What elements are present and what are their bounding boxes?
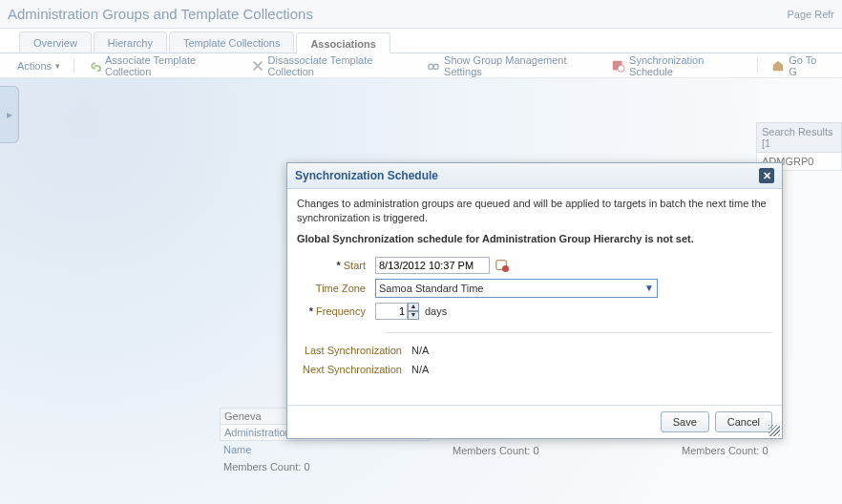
start-label: Start xyxy=(297,260,375,271)
goto-label: Go To G xyxy=(789,54,825,77)
card-members-value: 0 xyxy=(304,461,309,472)
dialog-title: Synchronization Schedule xyxy=(295,169,438,182)
tab-associations[interactable]: Associations xyxy=(296,32,389,53)
resize-grip[interactable] xyxy=(768,425,780,436)
tab-overview[interactable]: Overview xyxy=(19,32,92,52)
unlink-icon xyxy=(251,59,264,73)
dialog-body: Changes to administration groups are que… xyxy=(287,189,782,405)
last-sync-value: N/A xyxy=(411,345,429,356)
disassociate-label: Disassociate Template Collection xyxy=(268,54,413,77)
last-sync-label: Last Synchronization xyxy=(297,345,411,356)
card-members-value: 0 xyxy=(533,445,538,456)
glasses-icon xyxy=(427,59,440,73)
spinner-down-button[interactable]: ▼ xyxy=(408,311,419,320)
card-members-value: 0 xyxy=(762,445,768,456)
link-icon xyxy=(88,59,101,73)
next-sync-value: N/A xyxy=(411,364,429,375)
chevron-down-icon: ▼ xyxy=(644,283,654,293)
page-refreshed-label: Page Refr xyxy=(787,9,834,20)
associate-template-button[interactable]: Associate Template Collection xyxy=(88,54,238,77)
card-members-label: Members Count: xyxy=(682,445,759,456)
spinner-up-button[interactable]: ▲ xyxy=(408,303,419,311)
card-members-label: Members Count: xyxy=(223,461,301,472)
show-settings-label: Show Group Management Settings xyxy=(444,54,599,77)
svg-point-5 xyxy=(502,265,509,272)
group-card[interactable]: Members Count: 0 xyxy=(449,442,659,475)
dialog-description: Changes to administration groups are que… xyxy=(297,197,772,225)
frequency-unit: days xyxy=(425,305,447,317)
sync-schedule-dialog: Synchronization Schedule ✕ Changes to ad… xyxy=(286,162,783,439)
save-button[interactable]: Save xyxy=(661,411,709,432)
svg-point-3 xyxy=(618,65,624,72)
group-card[interactable]: Members Count: 0 xyxy=(678,442,842,475)
page-title: Administration Groups and Template Colle… xyxy=(8,6,313,22)
home-icon xyxy=(771,59,785,73)
tab-template-collections[interactable]: Template Collections xyxy=(169,32,295,52)
card-members-label: Members Count: xyxy=(453,445,530,456)
start-input[interactable] xyxy=(375,257,490,274)
svg-point-0 xyxy=(429,64,433,69)
expand-panel-handle[interactable]: ▸ xyxy=(0,86,19,143)
search-results-header: Search Results [1 xyxy=(756,122,842,153)
chevron-right-icon: ▸ xyxy=(7,108,12,121)
next-sync-label: Next Synchronization xyxy=(297,364,411,375)
cancel-button[interactable]: Cancel xyxy=(715,411,772,432)
dialog-titlebar[interactable]: Synchronization Schedule ✕ xyxy=(287,163,782,189)
goto-group-button[interactable]: Go To G xyxy=(771,54,825,77)
close-icon: ✕ xyxy=(763,170,771,182)
show-group-management-button[interactable]: Show Group Management Settings xyxy=(427,54,599,77)
tab-bar: Overview Hierarchy Template Collections … xyxy=(0,29,842,53)
frequency-input[interactable] xyxy=(375,303,408,320)
timezone-value: Samoa Standard Time xyxy=(379,283,483,294)
form-separator xyxy=(385,332,772,333)
dialog-status-message: Global Synchronization schedule for Admi… xyxy=(297,233,772,244)
page-header: Administration Groups and Template Colle… xyxy=(0,0,842,29)
sync-schedule-button[interactable]: Synchronization Schedule xyxy=(612,54,744,77)
dialog-footer: Save Cancel xyxy=(287,405,782,438)
toolbar-separator xyxy=(757,58,758,74)
frequency-spinner[interactable]: ▲ ▼ xyxy=(375,303,419,320)
associate-label: Associate Template Collection xyxy=(105,54,238,77)
actions-menu[interactable]: Actions xyxy=(17,60,60,72)
date-picker-icon[interactable] xyxy=(495,259,509,272)
dialog-close-button[interactable]: ✕ xyxy=(759,168,774,183)
svg-point-1 xyxy=(433,64,438,69)
frequency-label: Frequency xyxy=(297,305,375,317)
toolbar: Actions Associate Template Collection Di… xyxy=(0,53,842,78)
timezone-select[interactable]: Samoa Standard Time ▼ xyxy=(375,279,658,298)
disassociate-template-button[interactable]: Disassociate Template Collection xyxy=(251,54,413,77)
card-name-label: Name xyxy=(223,444,251,455)
calendar-clock-icon xyxy=(612,59,625,73)
toolbar-separator xyxy=(74,58,74,74)
sync-schedule-label: Synchronization Schedule xyxy=(629,54,744,77)
timezone-label: Time Zone xyxy=(297,283,375,294)
tab-hierarchy[interactable]: Hierarchy xyxy=(94,32,167,52)
